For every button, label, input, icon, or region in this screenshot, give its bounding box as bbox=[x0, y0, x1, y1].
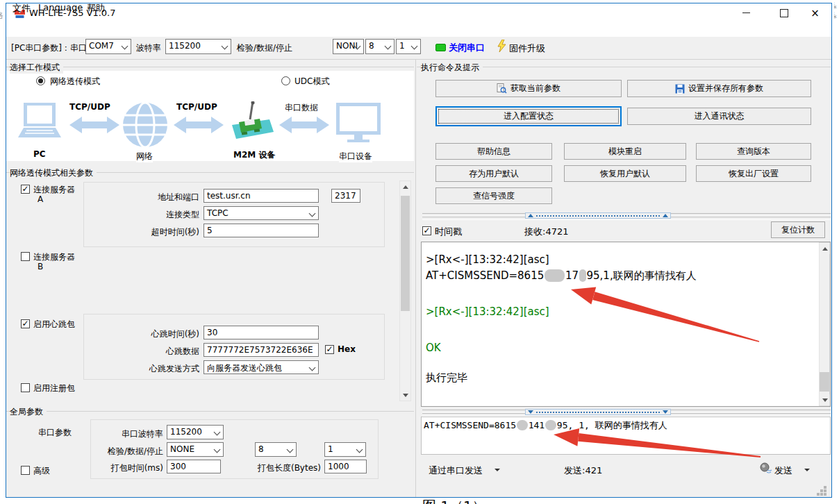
radio-udc-mode[interactable] bbox=[281, 76, 290, 85]
serial-params-label: 串口参数 bbox=[38, 427, 72, 439]
hex-label: Hex bbox=[338, 344, 356, 354]
send-via-select[interactable]: 通过串口发送 bbox=[429, 464, 483, 477]
addr-field[interactable]: test.usr.cn bbox=[203, 189, 319, 203]
background-window-fragment-right: ⁂⁂ bbox=[834, 1, 839, 29]
global-databits-select[interactable]: 8 bbox=[255, 442, 297, 457]
global-stopbits-select[interactable]: 1 bbox=[324, 442, 366, 457]
firmware-upgrade-button[interactable]: 固件升级 bbox=[509, 42, 545, 55]
restore-user-default-button[interactable]: 恢复用户默认 bbox=[564, 165, 686, 182]
parity-data-stop-label: 检验/数据/停止 bbox=[237, 42, 292, 54]
reset-count-button[interactable]: 复位计数 bbox=[771, 221, 825, 238]
databits-select[interactable]: 8 bbox=[365, 39, 394, 54]
enter-config-button[interactable]: 进入配置状态 bbox=[435, 106, 622, 126]
log-line: OK bbox=[426, 342, 441, 354]
server-b-label-line2: B bbox=[38, 262, 43, 271]
port-field[interactable]: 2317 bbox=[331, 189, 360, 203]
chevron-down-icon bbox=[214, 429, 221, 436]
chevron-down-icon bbox=[356, 446, 363, 453]
menu-language[interactable]: Language bbox=[35, 1, 85, 13]
speaker-icon bbox=[759, 462, 772, 474]
server-b-checkbox[interactable] bbox=[21, 252, 30, 261]
close-button[interactable]: × bbox=[799, 3, 831, 22]
pack-time-field[interactable]: 300 bbox=[167, 460, 221, 473]
factory-reset-button[interactable]: 恢复出厂设置 bbox=[696, 165, 811, 182]
port-status-indicator-icon bbox=[435, 44, 446, 51]
figure-caption: 图 1（1） bbox=[422, 497, 561, 504]
menu-file[interactable]: 文件 bbox=[10, 1, 33, 15]
scroll-down-button[interactable] bbox=[820, 394, 830, 405]
scroll-up-button[interactable] bbox=[400, 181, 410, 192]
server-a-checkbox[interactable] bbox=[21, 185, 30, 194]
hb-mode-label: 心跳发送方式 bbox=[109, 363, 199, 375]
link-arrow-icon bbox=[279, 117, 329, 133]
register-checkbox[interactable] bbox=[21, 383, 30, 392]
set-save-params-button[interactable]: 设置并保存所有参数 bbox=[627, 80, 811, 97]
get-params-button[interactable]: 获取当前参数 bbox=[435, 80, 622, 97]
arrow-down-icon bbox=[403, 394, 408, 397]
module-reboot-button[interactable]: 模块重启 bbox=[564, 143, 686, 160]
global-baud-label: 串口波特率 bbox=[97, 428, 163, 440]
baud-select[interactable]: 115200 bbox=[165, 39, 231, 54]
tx-count: 发送:421 bbox=[564, 464, 602, 477]
baud-label: 波特率 bbox=[136, 42, 161, 54]
timestamp-checkbox[interactable] bbox=[422, 226, 431, 235]
parity-select[interactable]: NONI bbox=[333, 39, 364, 54]
radio-net-transparent-mode[interactable] bbox=[36, 76, 45, 85]
save-user-default-button[interactable]: 存为用户默认 bbox=[435, 165, 552, 182]
maximize-icon bbox=[780, 9, 788, 17]
diagram-link1-label: TCP/UDP bbox=[69, 102, 110, 112]
scrollbar-thumb[interactable] bbox=[401, 196, 410, 311]
scroll-down-button[interactable] bbox=[400, 389, 410, 401]
hex-checkbox[interactable] bbox=[325, 345, 334, 354]
hb-data-field[interactable]: 7777772E7573722E636E bbox=[203, 343, 319, 357]
m2m-device-icon bbox=[232, 101, 274, 139]
log-output[interactable] bbox=[421, 242, 831, 407]
send-text: AT+CISMSSEND=8615881418895, 1, 联网的事情找有人 bbox=[424, 419, 667, 432]
chevron-down-icon bbox=[287, 446, 294, 453]
register-label: 启用注册包 bbox=[33, 383, 75, 394]
arrow-up-icon bbox=[403, 185, 408, 189]
log-line: >[Rx<-][13:32:42][asc] bbox=[426, 305, 549, 318]
minimize-icon bbox=[742, 12, 750, 13]
timestamp-label: 时间戳 bbox=[435, 226, 462, 238]
lightning-icon bbox=[497, 40, 506, 53]
log-line: 执行完毕 bbox=[426, 371, 467, 385]
heartbeat-checkbox[interactable] bbox=[21, 319, 30, 328]
radio-udc-label: UDC模式 bbox=[294, 76, 329, 87]
scroll-up-button[interactable] bbox=[820, 243, 830, 254]
send-splitter[interactable] bbox=[422, 408, 831, 416]
global-parity-select[interactable]: NONE bbox=[167, 442, 224, 457]
advanced-checkbox[interactable] bbox=[21, 466, 30, 475]
minimize-button[interactable] bbox=[731, 3, 762, 22]
com-port-select[interactable]: COM7 bbox=[85, 39, 131, 54]
log-line: >[Rx<-][13:32:42][asc] bbox=[426, 253, 549, 266]
chevron-down-icon bbox=[214, 446, 221, 453]
rx-count: 接收:4721 bbox=[524, 226, 568, 238]
pack-time-label: 打包时间(ms) bbox=[104, 462, 163, 474]
doc-search-icon bbox=[497, 83, 507, 94]
stopbits-select[interactable]: 1 bbox=[396, 39, 421, 54]
hb-time-field[interactable]: 30 bbox=[203, 326, 319, 339]
menu-bar bbox=[6, 23, 831, 37]
query-version-button[interactable]: 查询版本 bbox=[696, 143, 811, 160]
scrollbar-thumb[interactable] bbox=[820, 372, 829, 392]
hb-data-label: 心跳数据 bbox=[109, 346, 199, 358]
global-baud-select[interactable]: 115200 bbox=[167, 425, 224, 439]
hb-mode-select[interactable]: 向服务器发送心跳包 bbox=[203, 360, 319, 374]
arrow-up-icon bbox=[822, 247, 828, 251]
timeout-field[interactable]: 5 bbox=[203, 224, 319, 237]
signal-strength-button[interactable]: 查信号强度 bbox=[435, 187, 552, 204]
maximize-button[interactable] bbox=[768, 3, 799, 22]
pack-len-field[interactable]: 1000 bbox=[324, 460, 367, 473]
log-splitter[interactable] bbox=[422, 212, 831, 219]
laptop-icon bbox=[18, 103, 61, 137]
close-port-button[interactable]: 关闭串口 bbox=[449, 42, 485, 54]
hb-time-label: 心跳时间(秒) bbox=[109, 328, 199, 340]
enter-comm-button[interactable]: 进入通讯状态 bbox=[627, 108, 811, 125]
title-bar[interactable] bbox=[6, 3, 831, 23]
conn-type-select[interactable]: TCPC bbox=[203, 206, 319, 220]
send-button[interactable]: 发送 bbox=[774, 464, 792, 477]
menu-help[interactable]: 帮助 bbox=[84, 1, 108, 15]
resize-grip[interactable] bbox=[824, 486, 826, 489]
help-info-button[interactable]: 帮助信息 bbox=[435, 143, 552, 160]
